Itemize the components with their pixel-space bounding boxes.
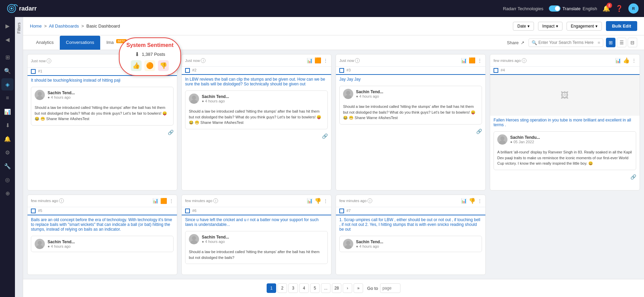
engagement-filter-button[interactable]: Engagement bbox=[567, 22, 602, 31]
card-3-more-icon[interactable]: ⋮ bbox=[478, 58, 482, 63]
card-5-sentiment-icon[interactable]: 🟧 bbox=[160, 198, 167, 204]
page-number-input[interactable] bbox=[380, 283, 400, 293]
info-icon[interactable]: i bbox=[59, 198, 64, 203]
filter-label[interactable]: Filters bbox=[17, 22, 21, 34]
sidebar-alert-icon[interactable]: 🔔 bbox=[1, 133, 14, 145]
translate-switch[interactable] bbox=[549, 5, 560, 12]
card-1-title[interactable]: It should be touching/kissing instead of… bbox=[28, 76, 177, 85]
language-selector[interactable]: English bbox=[583, 6, 597, 11]
user-avatar[interactable]: R bbox=[628, 3, 639, 14]
sidebar-search-icon[interactable]: 🔍 bbox=[1, 65, 14, 77]
sidebar-misc-icon[interactable]: ◎ bbox=[1, 174, 14, 186]
card-3-sentiment-icon[interactable]: 🟧 bbox=[469, 57, 476, 64]
sidebar-tools-icon[interactable]: 🔧 bbox=[1, 160, 14, 172]
bulk-edit-button[interactable]: Bulk Edit bbox=[606, 21, 637, 31]
card-7-title[interactable]: 1. Scrap umpires call for LBW , either s… bbox=[336, 215, 485, 234]
info-icon[interactable]: i bbox=[201, 58, 205, 63]
positive-sentiment-button[interactable]: 👍 bbox=[131, 60, 142, 71]
list-view-button[interactable]: ☰ bbox=[617, 38, 626, 47]
search-input[interactable] bbox=[538, 40, 597, 45]
card-5-num: #5 bbox=[28, 207, 177, 215]
view-toggles: ⊞ ☰ ⊟ bbox=[606, 38, 637, 47]
card-2-more-icon[interactable]: ⋮ bbox=[323, 58, 328, 63]
svg-point-3 bbox=[38, 92, 42, 96]
card-4-stats-icon[interactable]: 📊 bbox=[615, 58, 621, 63]
breadcrumb-home[interactable]: Home bbox=[30, 23, 42, 29]
card-3-stats-icon[interactable]: 📊 bbox=[461, 58, 467, 63]
share-button[interactable]: Share ↗ bbox=[503, 37, 529, 48]
info-icon[interactable]: i bbox=[368, 198, 372, 203]
card-2-title[interactable]: In LBW reviews the ball can clip the stu… bbox=[182, 75, 331, 88]
card-5-stats-icon[interactable]: 📊 bbox=[153, 198, 158, 203]
info-icon[interactable]: i bbox=[47, 59, 51, 63]
help-icon[interactable]: ❓ bbox=[615, 5, 623, 12]
card-6-title[interactable]: Since u have left the cricket and u r no… bbox=[182, 215, 331, 229]
breadcrumb-all-dashboards[interactable]: All Dashboards bbox=[49, 23, 79, 29]
tab-analytics[interactable]: Analytics bbox=[30, 36, 60, 50]
search-filter-icon[interactable]: ≡ bbox=[597, 40, 600, 45]
download-icon[interactable]: ⬇ bbox=[135, 51, 139, 57]
date-filter-button[interactable]: Date bbox=[513, 22, 534, 31]
negative-sentiment-button[interactable]: 👎 bbox=[158, 60, 169, 71]
tab-conversations[interactable]: Conversations bbox=[60, 36, 100, 50]
translate-toggle[interactable]: Translate English bbox=[549, 5, 597, 12]
card-5-more-icon[interactable]: ⋮ bbox=[169, 198, 174, 203]
page-last-icon[interactable]: » bbox=[354, 283, 363, 293]
logo[interactable]: radarr bbox=[5, 4, 37, 13]
sidebar-chart-icon[interactable]: 📊 bbox=[1, 105, 14, 118]
card-4-title[interactable]: Fallen Heroes sting operation in you tub… bbox=[490, 116, 640, 129]
sidebar-add-icon[interactable]: ⊕ bbox=[1, 187, 14, 199]
impact-filter-button[interactable]: Impact bbox=[538, 22, 562, 31]
card-7-stats-icon[interactable]: 📊 bbox=[461, 198, 467, 203]
page-btn-28[interactable]: 28 bbox=[332, 283, 341, 293]
card-6-avatar bbox=[189, 234, 199, 244]
page-btn-3[interactable]: 3 bbox=[288, 283, 298, 293]
card-2-num: #2 bbox=[182, 67, 331, 75]
sidebar-expand-icon[interactable]: ▶ bbox=[1, 20, 14, 32]
notifications-bell[interactable]: 🔔 8 bbox=[603, 5, 610, 12]
card-4-sentiment-icon[interactable]: 👍 bbox=[623, 57, 630, 64]
sidebar-conversations-icon[interactable]: ◈ bbox=[1, 78, 14, 90]
info-icon[interactable]: i bbox=[355, 58, 360, 63]
page-btn-5[interactable]: 5 bbox=[310, 283, 320, 293]
card-6-author: Sachin Tend... ● 4 hours ago bbox=[185, 231, 327, 247]
card-3-link[interactable]: 🔗 bbox=[336, 127, 485, 136]
info-icon[interactable]: i bbox=[213, 198, 218, 203]
grid-view-button[interactable]: ⊞ bbox=[606, 38, 615, 47]
search-box[interactable]: 🔍 ≡ bbox=[529, 38, 603, 47]
card-7-sentiment-icon[interactable]: 👎 bbox=[469, 198, 476, 204]
card-2-header: Just now i 📊 🟧 ⋮ bbox=[182, 54, 331, 67]
sentiment-title: System Sentiment bbox=[126, 42, 174, 48]
card-3-author: Sachin Tend... ● 4 hours ago bbox=[340, 86, 482, 102]
page-btn-2[interactable]: 2 bbox=[278, 283, 287, 293]
compact-view-button[interactable]: ⊟ bbox=[628, 38, 637, 47]
info-icon[interactable]: i bbox=[522, 58, 526, 63]
card-2-stats-icon[interactable]: 📊 bbox=[307, 58, 312, 63]
sentiment-buttons: 👍 🟠 👎 bbox=[126, 60, 174, 71]
card-2-sentiment-icon[interactable]: 🟧 bbox=[315, 57, 321, 64]
card-6-stats-icon[interactable]: 📊 bbox=[307, 198, 312, 203]
sidebar-download-icon[interactable]: ⬇ bbox=[1, 119, 14, 131]
card-3-actions: 📊 🟧 ⋮ bbox=[461, 57, 482, 64]
sidebar-settings-icon[interactable]: ⚙ bbox=[1, 146, 14, 159]
sidebar-home-icon[interactable]: ⊞ bbox=[1, 51, 14, 63]
page-next-icon[interactable]: › bbox=[343, 283, 352, 293]
card-2-link[interactable]: 🔗 bbox=[182, 131, 331, 141]
card-6-more-icon[interactable]: ⋮ bbox=[323, 198, 328, 203]
card-2-avatar bbox=[189, 94, 199, 104]
page-btn-1[interactable]: 1 bbox=[267, 283, 276, 293]
neutral-sentiment-button[interactable]: 🟠 bbox=[144, 60, 155, 71]
card-1-link[interactable]: 🔗 bbox=[28, 128, 177, 137]
card-6-sentiment-icon[interactable]: 👎 bbox=[315, 198, 321, 204]
card-3-title[interactable]: Jay Jay Jay bbox=[336, 75, 485, 84]
link-icon: 🔗 bbox=[630, 174, 636, 180]
card-5-title[interactable]: Bails are an old concept before the era … bbox=[28, 215, 177, 234]
card-4-author-info: Sachin Tendu... ● 05 Jan 2022 bbox=[510, 135, 540, 144]
card-4-link[interactable]: 🔗 bbox=[490, 172, 640, 182]
card-4-more-icon[interactable]: ⋮ bbox=[632, 58, 636, 63]
sidebar-analytics-icon[interactable]: ≡ bbox=[1, 92, 14, 104]
card-7-more-icon[interactable]: ⋮ bbox=[478, 198, 482, 203]
page-btn-4[interactable]: 4 bbox=[299, 283, 309, 293]
sidebar-collapse-icon[interactable]: ◀ bbox=[1, 33, 14, 46]
filter-sidebar[interactable]: Filters bbox=[15, 17, 23, 297]
